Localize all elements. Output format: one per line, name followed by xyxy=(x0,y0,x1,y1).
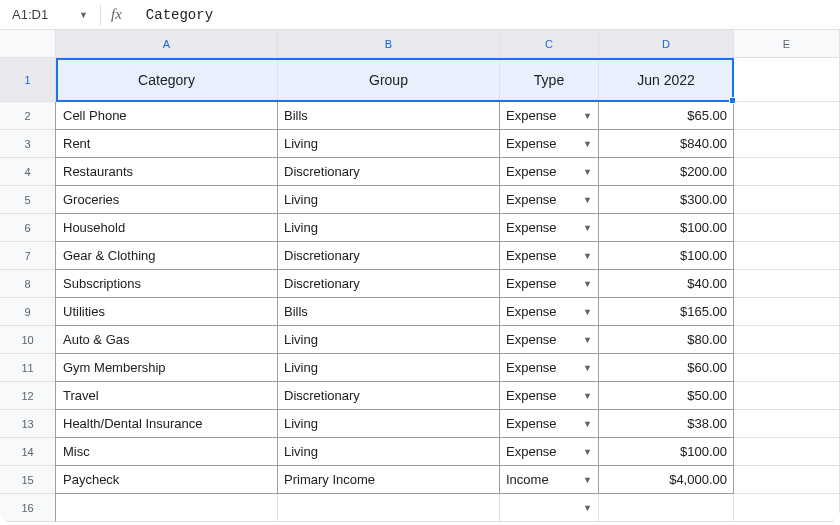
cell-d16[interactable] xyxy=(599,494,734,522)
col-header-a[interactable]: A xyxy=(56,30,278,58)
cell-b1[interactable]: Group xyxy=(278,58,500,102)
cell-d2[interactable]: $65.00 xyxy=(599,102,734,130)
cell-e12[interactable] xyxy=(734,382,840,410)
row-header-8[interactable]: 8 xyxy=(0,270,56,298)
cell-e11[interactable] xyxy=(734,354,840,382)
cell-b11[interactable]: Living xyxy=(278,354,500,382)
row-header-7[interactable]: 7 xyxy=(0,242,56,270)
cell-d3[interactable]: $840.00 xyxy=(599,130,734,158)
row-header-10[interactable]: 10 xyxy=(0,326,56,354)
cell-e10[interactable] xyxy=(734,326,840,354)
dropdown-icon[interactable]: ▼ xyxy=(583,251,592,261)
cell-c16[interactable]: ▼ xyxy=(500,494,599,522)
dropdown-icon[interactable]: ▼ xyxy=(583,335,592,345)
cell-c14[interactable]: Expense▼ xyxy=(500,438,599,466)
cell-d7[interactable]: $100.00 xyxy=(599,242,734,270)
cell-c2[interactable]: Expense▼ xyxy=(500,102,599,130)
cell-d13[interactable]: $38.00 xyxy=(599,410,734,438)
cell-d14[interactable]: $100.00 xyxy=(599,438,734,466)
cell-e3[interactable] xyxy=(734,130,840,158)
row-header-14[interactable]: 14 xyxy=(0,438,56,466)
dropdown-icon[interactable]: ▼ xyxy=(583,447,592,457)
cell-d9[interactable]: $165.00 xyxy=(599,298,734,326)
cell-e8[interactable] xyxy=(734,270,840,298)
cell-c13[interactable]: Expense▼ xyxy=(500,410,599,438)
row-header-6[interactable]: 6 xyxy=(0,214,56,242)
cell-c8[interactable]: Expense▼ xyxy=(500,270,599,298)
cell-b4[interactable]: Discretionary xyxy=(278,158,500,186)
row-header-15[interactable]: 15 xyxy=(0,466,56,494)
row-header-11[interactable]: 11 xyxy=(0,354,56,382)
cell-d4[interactable]: $200.00 xyxy=(599,158,734,186)
cell-b15[interactable]: Primary Income xyxy=(278,466,500,494)
cell-d1[interactable]: Jun 2022 xyxy=(599,58,734,102)
cell-b9[interactable]: Bills xyxy=(278,298,500,326)
cell-b10[interactable]: Living xyxy=(278,326,500,354)
cell-c15[interactable]: Income▼ xyxy=(500,466,599,494)
cell-b8[interactable]: Discretionary xyxy=(278,270,500,298)
row-header-5[interactable]: 5 xyxy=(0,186,56,214)
cell-a1[interactable]: Category xyxy=(56,58,278,102)
cell-d10[interactable]: $80.00 xyxy=(599,326,734,354)
dropdown-icon[interactable]: ▼ xyxy=(583,419,592,429)
cell-e1[interactable] xyxy=(734,58,840,102)
cell-d15[interactable]: $4,000.00 xyxy=(599,466,734,494)
cell-b13[interactable]: Living xyxy=(278,410,500,438)
cell-d12[interactable]: $50.00 xyxy=(599,382,734,410)
cell-a6[interactable]: Household xyxy=(55,214,278,242)
cell-a8[interactable]: Subscriptions xyxy=(55,270,278,298)
name-box-dropdown-icon[interactable]: ▼ xyxy=(79,10,88,20)
cell-c12[interactable]: Expense▼ xyxy=(500,382,599,410)
row-header-1[interactable]: 1 xyxy=(0,58,56,102)
dropdown-icon[interactable]: ▼ xyxy=(583,391,592,401)
cell-b5[interactable]: Living xyxy=(278,186,500,214)
cell-d6[interactable]: $100.00 xyxy=(599,214,734,242)
cell-a13[interactable]: Health/Dental Insurance xyxy=(55,410,278,438)
cell-a3[interactable]: Rent xyxy=(55,130,278,158)
cell-c3[interactable]: Expense▼ xyxy=(500,130,599,158)
col-header-e[interactable]: E xyxy=(734,30,840,58)
cell-a2[interactable]: Cell Phone xyxy=(55,102,278,130)
cell-c10[interactable]: Expense▼ xyxy=(500,326,599,354)
col-header-c[interactable]: C xyxy=(500,30,599,58)
cell-e15[interactable] xyxy=(734,466,840,494)
select-all-corner[interactable] xyxy=(0,30,56,58)
dropdown-icon[interactable]: ▼ xyxy=(583,307,592,317)
row-header-12[interactable]: 12 xyxy=(0,382,56,410)
cell-e14[interactable] xyxy=(734,438,840,466)
cell-b7[interactable]: Discretionary xyxy=(278,242,500,270)
formula-input[interactable] xyxy=(138,6,834,24)
cell-b6[interactable]: Living xyxy=(278,214,500,242)
row-header-2[interactable]: 2 xyxy=(0,102,56,130)
cell-c6[interactable]: Expense▼ xyxy=(500,214,599,242)
cell-c4[interactable]: Expense▼ xyxy=(500,158,599,186)
cell-e6[interactable] xyxy=(734,214,840,242)
dropdown-icon[interactable]: ▼ xyxy=(583,475,592,485)
cell-b14[interactable]: Living xyxy=(278,438,500,466)
cell-e4[interactable] xyxy=(734,158,840,186)
col-header-d[interactable]: D xyxy=(599,30,734,58)
cell-a14[interactable]: Misc xyxy=(55,438,278,466)
cell-a11[interactable]: Gym Membership xyxy=(55,354,278,382)
row-header-3[interactable]: 3 xyxy=(0,130,56,158)
cell-c11[interactable]: Expense▼ xyxy=(500,354,599,382)
cell-e2[interactable] xyxy=(734,102,840,130)
cell-a7[interactable]: Gear & Clothing xyxy=(55,242,278,270)
cell-b16[interactable] xyxy=(278,494,500,522)
dropdown-icon[interactable]: ▼ xyxy=(583,503,592,513)
cell-c5[interactable]: Expense▼ xyxy=(500,186,599,214)
dropdown-icon[interactable]: ▼ xyxy=(583,111,592,121)
dropdown-icon[interactable]: ▼ xyxy=(583,363,592,373)
cell-a16[interactable] xyxy=(55,494,278,522)
cell-e16[interactable] xyxy=(734,494,840,522)
dropdown-icon[interactable]: ▼ xyxy=(583,223,592,233)
cell-b3[interactable]: Living xyxy=(278,130,500,158)
cell-e5[interactable] xyxy=(734,186,840,214)
cell-d11[interactable]: $60.00 xyxy=(599,354,734,382)
cell-a4[interactable]: Restaurants xyxy=(55,158,278,186)
cell-c1[interactable]: Type xyxy=(500,58,599,102)
col-header-b[interactable]: B xyxy=(278,30,500,58)
dropdown-icon[interactable]: ▼ xyxy=(583,139,592,149)
cell-a10[interactable]: Auto & Gas xyxy=(55,326,278,354)
cell-b2[interactable]: Bills xyxy=(278,102,500,130)
